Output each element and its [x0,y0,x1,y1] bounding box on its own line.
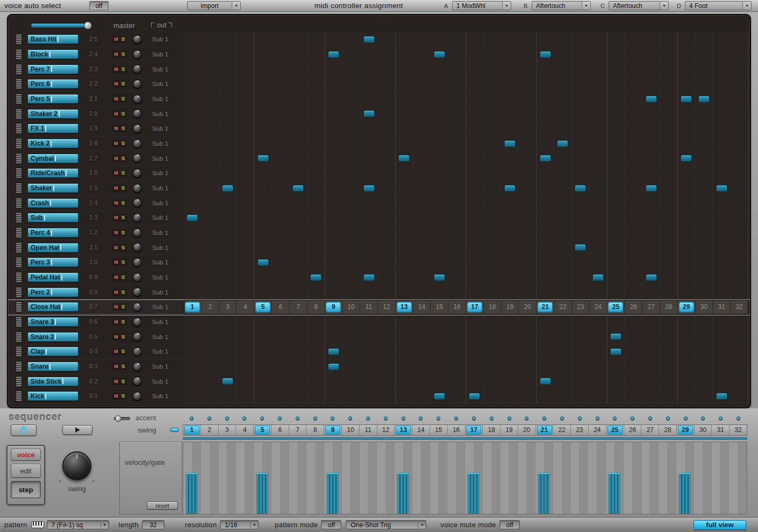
solo-button[interactable]: S [120,66,126,73]
step-cell[interactable] [413,211,431,225]
velocity-column[interactable] [183,442,201,514]
step-cell[interactable] [308,151,325,166]
step-cell[interactable] [466,121,484,136]
step-cell[interactable] [607,62,625,76]
velocity-column[interactable] [624,442,641,514]
step-cell[interactable] [572,196,590,210]
step-cell[interactable] [290,106,308,121]
step-cell[interactable] [396,136,413,151]
step-cell[interactable] [308,136,325,151]
pan-knob[interactable] [133,347,142,356]
step-cell[interactable] [466,166,484,181]
step-cell[interactable] [219,240,237,255]
step-cell[interactable] [325,166,343,181]
step-cell[interactable] [678,47,696,62]
midi-assignment-c-dropdown[interactable]: Aftertouch ▼ [609,1,669,10]
full-view-button[interactable]: full view [693,520,746,530]
solo-button[interactable]: S [120,140,126,147]
step-cell[interactable] [678,121,696,136]
step-cell[interactable] [607,344,625,359]
step-cell[interactable] [731,136,748,151]
step-cell[interactable] [219,121,237,136]
step-cell[interactable] [308,329,325,344]
step-cell[interactable] [254,151,272,166]
step-cell[interactable] [678,196,696,210]
velocity-bar[interactable] [538,473,549,514]
step-cell[interactable] [554,136,572,151]
step-cell[interactable] [678,92,696,106]
step-cell[interactable] [607,47,625,62]
voice-output-select[interactable]: Sub 1 [146,245,174,251]
step-cell[interactable] [237,360,254,374]
drag-handle-icon[interactable] [16,242,22,253]
step-cell[interactable] [554,77,572,91]
step-cell[interactable] [342,181,360,196]
step-cell[interactable] [308,255,325,270]
step-cell[interactable] [342,270,360,285]
step-cell[interactable] [502,196,519,210]
step-cell[interactable] [237,196,254,210]
velocity-column[interactable] [377,442,395,514]
step-cell[interactable] [360,121,378,136]
step-cell[interactable] [290,92,308,106]
step-cell[interactable] [272,32,290,47]
step-cell[interactable] [360,196,378,210]
velocity-column[interactable] [201,442,219,514]
active-step-mark[interactable] [575,185,586,192]
step-cell[interactable] [272,181,290,196]
step-cell[interactable] [484,181,502,196]
step-cell[interactable] [342,211,360,225]
step-cell[interactable] [660,151,678,166]
step-cell[interactable] [431,166,448,181]
step-cell[interactable]: 2 [202,300,219,314]
active-step-mark[interactable] [434,51,445,58]
step-cell[interactable] [378,226,396,240]
step-cell[interactable] [184,196,202,210]
step-cell[interactable] [431,315,448,329]
step-cell[interactable] [254,77,272,91]
step-cell[interactable] [713,181,731,196]
step-cell[interactable] [308,32,325,47]
step-cell[interactable] [537,166,554,181]
step-cell[interactable] [607,136,625,151]
step-cell[interactable] [484,106,502,121]
step-cell[interactable] [325,344,343,359]
step-cell[interactable] [272,360,290,374]
step-cell[interactable] [431,181,448,196]
step-cell[interactable] [272,92,290,106]
swing-step-cell[interactable]: 27 [641,425,659,435]
step-cell[interactable] [519,121,537,136]
step-cell[interactable] [378,166,396,181]
step-cell[interactable] [325,106,343,121]
voice-name-button[interactable]: Pedal Hat [27,272,78,282]
drag-handle-icon[interactable] [16,168,22,178]
step-cell[interactable] [184,344,202,359]
step-cell[interactable] [554,47,572,62]
step-cell[interactable] [396,255,413,270]
pan-knob[interactable] [133,198,142,207]
step-cell[interactable] [466,360,484,374]
mute-button[interactable]: M [113,304,119,310]
active-step-mark[interactable] [222,185,233,192]
step-cell[interactable] [696,47,713,62]
drag-handle-icon[interactable] [16,301,22,312]
step-cell[interactable] [466,389,484,404]
mode-edit-button[interactable]: edit [11,464,41,478]
step-cell[interactable] [607,77,625,91]
step-cell[interactable] [660,136,678,151]
step-cell[interactable] [342,329,360,344]
step-cell[interactable] [360,151,378,166]
voice-output-select[interactable]: Sub 1 [146,363,174,370]
step-cell[interactable] [625,77,642,91]
step-cell[interactable] [308,240,325,255]
step-cell[interactable] [272,240,290,255]
step-cell[interactable] [290,389,308,404]
step-cell[interactable] [590,226,607,240]
step-cell[interactable] [537,92,554,106]
swing-step-cell[interactable]: 31 [712,425,730,435]
active-step-mark[interactable] [434,274,445,281]
step-cell[interactable] [607,285,625,299]
step-cell[interactable] [272,62,290,76]
step-cell[interactable] [519,92,537,106]
step-cell[interactable] [660,344,678,359]
